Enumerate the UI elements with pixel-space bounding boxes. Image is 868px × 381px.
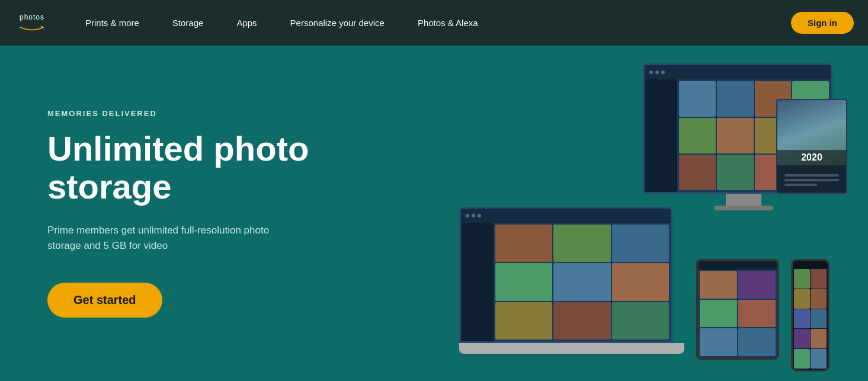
hero-eyebrow: MEMORIES DELIVERED <box>47 109 309 118</box>
logo-area[interactable]: photos <box>14 7 50 39</box>
main-nav: Prints & more Storage Apps Personalize y… <box>69 0 791 46</box>
hero-section: MEMORIES DELIVERED Unlimited photo stora… <box>0 46 868 381</box>
amazon-logo-icon <box>19 21 45 33</box>
nav-item-personalize[interactable]: Personalize your device <box>274 0 401 46</box>
site-header: photos Prints & more Storage Apps Person… <box>0 0 868 46</box>
hero-title: Unlimited photo storage <box>47 130 309 206</box>
device-yearbook: 2020 <box>776 99 847 194</box>
hero-title-line1: Unlimited photo <box>47 129 309 168</box>
nav-item-alexa[interactable]: Photos & Alexa <box>401 0 495 46</box>
yearbook-year-label: 2020 <box>777 150 846 165</box>
nav-item-prints[interactable]: Prints & more <box>69 0 156 46</box>
devices-illustration: 2020 <box>453 63 868 372</box>
hero-subtitle: Prime members get unlimited full-resolut… <box>47 223 296 253</box>
nav-item-apps[interactable]: Apps <box>220 0 273 46</box>
device-tablet <box>696 259 779 360</box>
device-phone <box>791 259 829 372</box>
device-laptop <box>459 207 684 354</box>
logo-box: photos <box>14 7 50 39</box>
hero-title-line2: storage <box>47 167 172 206</box>
hero-content: MEMORIES DELIVERED Unlimited photo stora… <box>47 109 309 318</box>
nav-item-storage[interactable]: Storage <box>156 0 220 46</box>
sign-in-button[interactable]: Sign in <box>791 12 854 34</box>
logo-text: photos <box>20 13 44 21</box>
get-started-button[interactable]: Get started <box>47 283 162 318</box>
